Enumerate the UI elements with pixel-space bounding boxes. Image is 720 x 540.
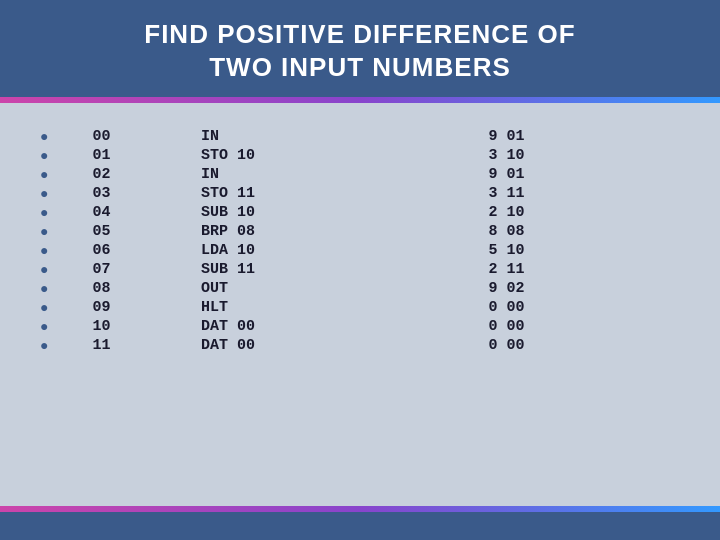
value-cell: 9 02: [488, 279, 680, 298]
table-row: ● 04 SUB 10 2 10: [40, 203, 680, 222]
bullet-icon: ●: [40, 222, 92, 241]
main-container: FIND POSITIVE DIFFERENCE OF TWO INPUT NU…: [0, 0, 720, 540]
instruction-cell: SUB 11: [201, 260, 488, 279]
instruction-cell: LDA 10: [201, 241, 488, 260]
address-cell: 11: [92, 336, 201, 355]
address-cell: 10: [92, 317, 201, 336]
value-cell: 2 11: [488, 260, 680, 279]
header: FIND POSITIVE DIFFERENCE OF TWO INPUT NU…: [0, 0, 720, 97]
address-cell: 06: [92, 241, 201, 260]
value-cell: 0 00: [488, 336, 680, 355]
table-row: ● 00 IN 9 01: [40, 127, 680, 146]
address-cell: 00: [92, 127, 201, 146]
table-row: ● 05 BRP 08 8 08: [40, 222, 680, 241]
instruction-cell: OUT: [201, 279, 488, 298]
bullet-icon: ●: [40, 317, 92, 336]
instruction-cell: IN: [201, 165, 488, 184]
bullet-icon: ●: [40, 146, 92, 165]
bullet-icon: ●: [40, 127, 92, 146]
address-cell: 04: [92, 203, 201, 222]
value-cell: 3 11: [488, 184, 680, 203]
value-cell: 5 10: [488, 241, 680, 260]
page-title: FIND POSITIVE DIFFERENCE OF TWO INPUT NU…: [30, 18, 690, 83]
value-cell: 3 10: [488, 146, 680, 165]
value-cell: 0 00: [488, 298, 680, 317]
instruction-cell: DAT 00: [201, 336, 488, 355]
table-row: ● 01 STO 10 3 10: [40, 146, 680, 165]
address-cell: 09: [92, 298, 201, 317]
value-cell: 9 01: [488, 127, 680, 146]
bullet-icon: ●: [40, 241, 92, 260]
address-cell: 02: [92, 165, 201, 184]
bullet-icon: ●: [40, 165, 92, 184]
value-cell: 0 00: [488, 317, 680, 336]
instruction-cell: IN: [201, 127, 488, 146]
value-cell: 8 08: [488, 222, 680, 241]
table-row: ● 02 IN 9 01: [40, 165, 680, 184]
instruction-cell: BRP 08: [201, 222, 488, 241]
value-cell: 2 10: [488, 203, 680, 222]
bullet-icon: ●: [40, 336, 92, 355]
address-cell: 01: [92, 146, 201, 165]
table-row: ● 06 LDA 10 5 10: [40, 241, 680, 260]
table-row: ● 11 DAT 00 0 00: [40, 336, 680, 355]
bullet-icon: ●: [40, 279, 92, 298]
table-row: ● 08 OUT 9 02: [40, 279, 680, 298]
content-area: ● 00 IN 9 01 ● 01 STO 10 3 10 ● 02 IN 9 …: [0, 103, 720, 506]
instruction-cell: HLT: [201, 298, 488, 317]
table-row: ● 09 HLT 0 00: [40, 298, 680, 317]
bullet-icon: ●: [40, 298, 92, 317]
address-cell: 03: [92, 184, 201, 203]
instruction-cell: STO 10: [201, 146, 488, 165]
instruction-cell: STO 11: [201, 184, 488, 203]
bullet-icon: ●: [40, 260, 92, 279]
table-row: ● 03 STO 11 3 11: [40, 184, 680, 203]
table-row: ● 07 SUB 11 2 11: [40, 260, 680, 279]
value-cell: 9 01: [488, 165, 680, 184]
address-cell: 05: [92, 222, 201, 241]
address-cell: 08: [92, 279, 201, 298]
table-row: ● 10 DAT 00 0 00: [40, 317, 680, 336]
instruction-cell: DAT 00: [201, 317, 488, 336]
instruction-cell: SUB 10: [201, 203, 488, 222]
address-cell: 07: [92, 260, 201, 279]
bottom-bar: [0, 512, 720, 540]
bullet-icon: ●: [40, 184, 92, 203]
code-table: ● 00 IN 9 01 ● 01 STO 10 3 10 ● 02 IN 9 …: [40, 127, 680, 355]
bullet-icon: ●: [40, 203, 92, 222]
